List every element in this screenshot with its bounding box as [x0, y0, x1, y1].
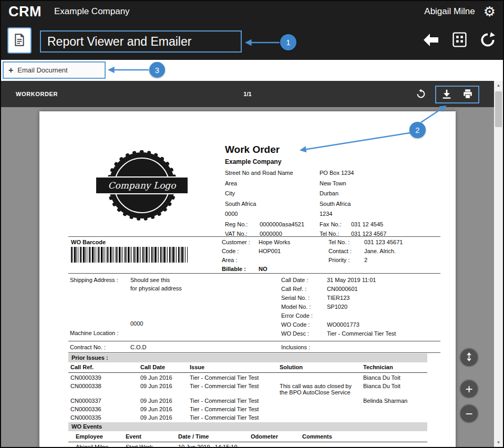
field-label: Serial No. :: [281, 295, 327, 301]
column-header: Call Ref.: [68, 363, 138, 373]
field-value: 031 123 45671: [364, 239, 403, 245]
rotate-icon: [415, 93, 427, 101]
shipping-value: Should see this for physical address: [130, 277, 182, 294]
table-row: CN0000337 09 Jun 2016 Tier - Commercial …: [68, 396, 427, 404]
table-row: CN0000339 09 Jun 2016 Tier - Commercial …: [68, 373, 427, 382]
table-cell: 09 Jun 2016: [138, 396, 188, 404]
table-cell: This call was auto closed by the BPO Aut…: [277, 381, 361, 396]
table-cell: Tier - Commercial Tier Test: [188, 396, 277, 404]
seal-text: Company Logo: [108, 182, 176, 189]
refresh-icon: [479, 32, 496, 50]
field-label: Error Code :: [281, 312, 327, 319]
field-value: HOP001: [259, 248, 290, 254]
column-header: Event: [124, 432, 176, 442]
table-cell: [277, 396, 361, 404]
table-cell: [249, 442, 300, 448]
prior-issues-band: Prior Issues :: [68, 353, 427, 362]
download-icon: [441, 88, 452, 101]
fit-to-page-button[interactable]: [459, 348, 479, 367]
table-cell: 09 Jun 2016: [138, 413, 188, 421]
table-cell: Tier - Commercial Tier Test: [188, 404, 277, 413]
address-grid: Street No and Road Name PO Box 1234 Area…: [225, 170, 440, 217]
address-right: New Town: [320, 180, 440, 186]
field-label: WO Desc :: [281, 330, 327, 337]
print-button[interactable]: [461, 88, 475, 101]
field-value: 031 12 4545: [351, 221, 440, 227]
address-left: 0000: [225, 211, 320, 217]
refresh-button[interactable]: [478, 30, 498, 50]
report-title: Work Order: [225, 144, 440, 155]
zoom-out-icon: −: [465, 408, 472, 420]
address-left: City: [225, 190, 320, 196]
download-print-highlight-box: [435, 86, 479, 103]
column-header: Comments: [300, 432, 427, 442]
vertical-scrollbar[interactable]: ▲ ▼: [494, 81, 503, 447]
address-left: South Africa: [225, 201, 320, 207]
settings-button[interactable]: ⚙: [484, 5, 496, 18]
field-value: Tier - Commercial Tier Test: [327, 330, 396, 337]
back-button[interactable]: [421, 30, 441, 50]
fit-to-page-icon: [464, 351, 474, 364]
zoom-out-button[interactable]: −: [459, 404, 479, 423]
download-button[interactable]: [440, 88, 454, 101]
table-row: CN0000335 09 Jun 2016 Tier - Commercial …: [68, 413, 427, 421]
divider: [68, 352, 440, 353]
zoom-in-button[interactable]: +: [459, 379, 479, 399]
callout-2: 2: [409, 122, 426, 138]
table-row: Abigail Milne Start Work 10 Jun 2019 14:…: [68, 442, 427, 448]
field-value: SP1020: [327, 304, 396, 310]
inclusions-label: Inclusions :: [281, 344, 310, 350]
table-cell: Belinda Sharman: [361, 396, 427, 404]
field-label: Priority :: [328, 257, 364, 263]
column-header: Call Date: [138, 363, 188, 373]
field-label: Tel No. :: [328, 239, 364, 245]
scroll-down-button[interactable]: ▼: [494, 438, 503, 447]
document-button[interactable]: [7, 27, 32, 54]
field-value: NO: [259, 266, 290, 272]
reg-vat-grid: Reg No.: 0000000asa4521 Fax No.: 031 12 …: [225, 221, 440, 237]
tab-bar: + Email Document: [1, 60, 503, 81]
page-title: Report Viewer and Emailer: [47, 35, 191, 49]
table-cell: [361, 413, 427, 421]
field-label: Fax No.:: [320, 221, 351, 227]
contract-label: Contract No. :: [70, 344, 106, 350]
field-label: Call Ref. :: [281, 286, 327, 292]
printer-icon: [462, 88, 474, 101]
field-value: CN0000601: [327, 286, 396, 292]
column-header: Date / Time: [176, 432, 249, 442]
wo-events-table: Employee Event Date / Time Odometer Comm…: [68, 432, 427, 448]
document-icon: [13, 33, 26, 49]
divider: [68, 273, 440, 274]
company-name: Example Company: [54, 6, 130, 17]
machine-code: 0000: [130, 320, 143, 327]
table-cell: Start Work: [124, 442, 176, 448]
table-cell: CN0000337: [68, 396, 138, 404]
table-header-row: Call Ref. Call Date Issue Solution Techn…: [68, 363, 427, 373]
scroll-thumb[interactable]: [495, 91, 502, 127]
shipping-line1: Should see this: [130, 277, 182, 283]
field-label: Customer :: [222, 239, 259, 245]
field-value: 0000000asa4521: [260, 221, 320, 227]
callout-3: 3: [149, 62, 165, 78]
field-label: Reg No.:: [225, 221, 260, 227]
report-company: Example Company: [225, 159, 440, 165]
scroll-up-button[interactable]: ▲: [494, 81, 503, 90]
rotate-button[interactable]: [414, 88, 428, 101]
field-value: TIER123: [327, 295, 396, 301]
table-cell: [300, 442, 427, 448]
address-right: PO Box 1234: [320, 170, 440, 176]
report-head-block: Work Order Example Company Street No and…: [225, 144, 440, 237]
tab-email-document[interactable]: + Email Document: [3, 61, 106, 79]
contract-value: C.O.D: [130, 344, 147, 350]
crm-window: CRM Example Company Abigail Milne ⚙ Repo…: [0, 0, 504, 448]
divider: [68, 341, 440, 341]
table-cell: 09 Jun 2016: [138, 404, 188, 413]
field-value: Jane. Alrich.: [364, 248, 403, 254]
table-cell: 09 Jun 2016: [138, 373, 188, 382]
table-cell: CN0000335: [68, 413, 138, 421]
table-cell: CN0000336: [68, 404, 138, 413]
table-cell: 09 Jun 2016: [138, 381, 188, 396]
company-button[interactable]: [449, 30, 469, 50]
table-cell: Tier - Commercial Tier Test: [188, 413, 277, 421]
field-value: 31 May 2019 11:01: [327, 277, 396, 283]
